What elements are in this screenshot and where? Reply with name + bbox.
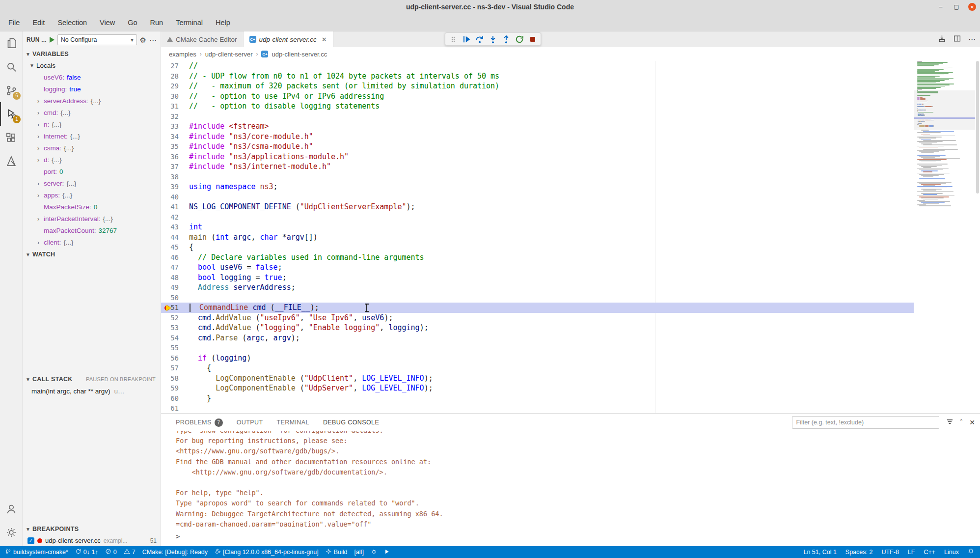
code-line[interactable]: 57 { <box>161 363 914 373</box>
line-number[interactable]: 44 <box>161 232 189 243</box>
code-line[interactable]: 41NS_LOG_COMPONENT_DEFINE ("UdpClientSer… <box>161 202 914 212</box>
status-item-bug[interactable] <box>371 548 377 556</box>
variable-row[interactable]: ›client:{...} <box>23 237 161 249</box>
line-number[interactable]: 59 <box>161 383 189 393</box>
code-line[interactable]: 34#include "ns3/core-module.h" <box>161 132 914 142</box>
variable-row[interactable]: ›server:{...} <box>23 178 161 190</box>
variable-row[interactable]: useV6:false <box>23 72 161 84</box>
code-line[interactable]: 45{ <box>161 242 914 252</box>
code-line[interactable]: 35#include "ns3/csma-module.h" <box>161 141 914 152</box>
watch-section-header[interactable]: ▼ WATCH <box>23 249 161 260</box>
variable-row[interactable]: ›apps:{...} <box>23 190 161 201</box>
line-number[interactable]: 27 <box>161 61 189 71</box>
console-prompt[interactable]: > <box>176 532 180 540</box>
code-line[interactable]: 27// <box>161 61 914 71</box>
status-item-lf[interactable]: LF <box>908 549 915 556</box>
code-line[interactable]: 39using namespace ns3; <box>161 182 914 192</box>
filter-options-icon[interactable] <box>946 418 953 427</box>
code-line[interactable]: 30// - option to use IPv4 or IPv6 addres… <box>161 91 914 102</box>
menu-file[interactable]: File <box>2 14 26 31</box>
line-number[interactable]: 60 <box>161 393 189 404</box>
continue-button[interactable] <box>461 33 472 45</box>
menu-view[interactable]: View <box>93 14 121 31</box>
open-changes-icon[interactable] <box>938 34 946 44</box>
editor-scrollbar-thumb[interactable] <box>976 61 979 194</box>
code-line[interactable]: 43int <box>161 222 914 232</box>
menu-edit[interactable]: Edit <box>26 14 51 31</box>
status-item-build[interactable]: Build <box>326 548 348 556</box>
line-number[interactable]: 29 <box>161 81 189 91</box>
code-line[interactable]: 31// - option to disable logging stateme… <box>161 101 914 112</box>
variable-row[interactable]: maxPacketCount:32767 <box>23 225 161 237</box>
split-editor-icon[interactable] <box>953 34 961 44</box>
line-number[interactable]: 34 <box>161 132 189 142</box>
code-line[interactable]: 60 } <box>161 393 914 404</box>
variable-row[interactable]: ›serverAddress:{...} <box>23 95 161 107</box>
variable-row[interactable]: ›cmd:{...} <box>23 107 161 119</box>
line-number[interactable]: 36 <box>161 152 189 162</box>
panel-tab-debug-console[interactable]: DEBUG CONSOLE <box>323 414 379 431</box>
line-number[interactable]: 55 <box>161 343 189 353</box>
status-item-bell[interactable] <box>968 548 974 556</box>
status-item-c++[interactable]: C++ <box>924 549 935 556</box>
breadcrumb-item[interactable]: examples <box>169 51 196 58</box>
close-icon[interactable]: ✕ <box>968 3 976 11</box>
stop-button[interactable] <box>527 33 539 45</box>
status-item-all[interactable]: [all] <box>354 549 363 556</box>
minimap[interactable] <box>914 61 975 413</box>
code-line[interactable]: 51 CommandLine cmd (__FILE__); <box>161 303 914 313</box>
drag-handle-icon[interactable] <box>447 33 459 45</box>
status-item-spaces-2[interactable]: Spaces: 2 <box>845 549 873 556</box>
minimize-icon[interactable]: – <box>937 3 945 11</box>
locals-scope-row[interactable]: ▼ Locals <box>23 60 161 72</box>
code-line[interactable]: 48 bool logging = true; <box>161 273 914 283</box>
line-number[interactable]: 49 <box>161 282 189 293</box>
code-line[interactable]: 40 <box>161 192 914 202</box>
variable-row[interactable]: ›csma:{...} <box>23 142 161 154</box>
panel-tab-terminal[interactable]: TERMINAL <box>276 414 309 431</box>
step-out-button[interactable] <box>500 33 512 45</box>
close-tab-icon[interactable]: ✕ <box>322 36 327 43</box>
run-debug-icon[interactable]: 1 <box>0 102 23 126</box>
cmake-tools-icon[interactable] <box>0 149 23 173</box>
close-panel-icon[interactable]: ✕ <box>969 418 975 426</box>
status-item-play[interactable] <box>384 549 390 556</box>
line-number[interactable]: 31 <box>161 101 189 112</box>
code-line[interactable]: 29// - maximum of 320 packets sent (or l… <box>161 81 914 91</box>
explorer-icon[interactable] <box>0 31 23 55</box>
code-line[interactable]: 55 <box>161 343 914 353</box>
code-line[interactable]: 46 // Declare variables used in command-… <box>161 252 914 263</box>
restart-button[interactable] <box>514 33 525 45</box>
account-icon[interactable] <box>0 497 23 521</box>
menu-selection[interactable]: Selection <box>51 14 93 31</box>
extensions-icon[interactable] <box>0 126 23 149</box>
code-line[interactable]: 47 bool useV6 = false; <box>161 262 914 273</box>
code-line[interactable]: 50 <box>161 293 914 303</box>
maximize-icon[interactable]: ▢ <box>953 3 960 11</box>
status-item-0-1[interactable]: 0↓ 1↑ <box>75 548 98 556</box>
line-number[interactable]: 32 <box>161 112 189 122</box>
line-number[interactable]: 52 <box>161 313 189 323</box>
code-line[interactable]: 36#include "ns3/applications-module.h" <box>161 152 914 162</box>
code-line[interactable]: 52 cmd.AddValue ("useIpv6", "Use Ipv6", … <box>161 313 914 323</box>
code-line[interactable]: 44main (int argc, char *argv[]) <box>161 232 914 243</box>
stack-frame-row[interactable]: main(int argc, char ** argv) u… <box>23 385 161 397</box>
code-line[interactable]: 37#include "ns3/internet-module.h" <box>161 162 914 172</box>
menu-help[interactable]: Help <box>209 14 237 31</box>
status-item-0[interactable]: 0 <box>105 548 117 556</box>
status-item-buildsystem-cmake[interactable]: buildsystem-cmake* <box>5 548 68 556</box>
breakpoint-row[interactable]: ✓ udp-client-server.cc exampl... 51 <box>23 535 161 546</box>
code-line[interactable]: 42 <box>161 212 914 223</box>
code-line[interactable]: 32 <box>161 112 914 122</box>
code-line[interactable]: 58 LogComponentEnable ("UdpClient", LOG_… <box>161 373 914 384</box>
source-control-icon[interactable]: 6 <box>0 79 23 102</box>
menu-go[interactable]: Go <box>121 14 143 31</box>
line-number[interactable]: 56 <box>161 353 189 363</box>
status-item-cmake-debug-ready[interactable]: CMake: [Debug]: Ready <box>142 549 208 556</box>
code-line[interactable]: 56 if (logging) <box>161 353 914 363</box>
line-number[interactable]: 47 <box>161 262 189 273</box>
console-filter-input[interactable] <box>792 416 939 429</box>
status-item-utf-8[interactable]: UTF-8 <box>881 549 898 556</box>
line-number[interactable]: 57 <box>161 363 189 373</box>
step-over-button[interactable] <box>474 33 486 45</box>
